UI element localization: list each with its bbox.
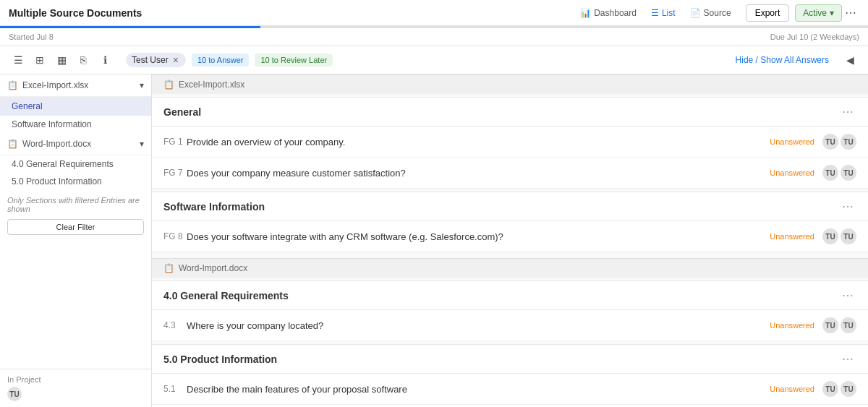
section-header-software: Software Information ⋯ xyxy=(152,192,868,221)
word-divider-icon: 📋 xyxy=(163,263,174,273)
q-status-fg1: Unanswered xyxy=(770,137,814,146)
filter-notice: Only Sections with filtered Entries are … xyxy=(0,190,151,216)
sidebar: 📋 Excel-Import.xlsx ▾ General Software I… xyxy=(0,74,152,407)
tu-badge-fg1-1[interactable]: TU xyxy=(822,134,838,150)
q-text-51: Describe the main features of your propo… xyxy=(187,384,770,395)
excel-collapse-icon: ▾ xyxy=(140,80,144,90)
sidebar-bottom: In Project TU xyxy=(0,369,151,407)
section-more-software[interactable]: ⋯ xyxy=(839,200,856,213)
q-text-fg1: Provide an overview of your company. xyxy=(187,137,770,147)
section-title-general: General xyxy=(163,106,839,118)
word-divider-label: Word-Import.docx xyxy=(179,263,247,273)
filter-tag-remove-button[interactable]: × xyxy=(171,55,180,65)
q-text-43: Where is your company located? xyxy=(187,320,770,331)
section-header-general-req: 4.0 General Requirements ⋯ xyxy=(152,280,868,310)
excel-file-label: Excel-Import.xlsx xyxy=(22,80,88,90)
tu-badge-fg7-2[interactable]: TU xyxy=(841,165,856,181)
hide-show-answers[interactable]: Hide / Show All Answers xyxy=(736,55,829,65)
filter-tag-label: Test User xyxy=(132,55,169,65)
nav-list[interactable]: ☰ List xyxy=(645,5,681,21)
word-collapse-icon: ▾ xyxy=(140,139,144,149)
tu-badge-51-1[interactable]: TU xyxy=(822,381,838,397)
review-badge: 10 to Review Later xyxy=(255,53,333,67)
due-date: Due Jul 10 (2 Weekdays) xyxy=(770,33,859,41)
section-title-software: Software Information xyxy=(163,201,839,213)
tu-badge-43-1[interactable]: TU xyxy=(822,317,838,333)
question-row-43: 4.3 Where is your company located? Unans… xyxy=(152,310,868,341)
tu-badge-fg7-1[interactable]: TU xyxy=(822,165,838,181)
word-file-icon: 📋 xyxy=(7,139,18,149)
q-num-51: 5.1 xyxy=(163,384,187,394)
sub-bar: Started Jul 8 Due Jul 10 (2 Weekdays) xyxy=(0,28,868,46)
q-text-fg7: Does your company measure customer satis… xyxy=(187,168,770,179)
filter-bar: ☰ ⊞ ▦ ⎘ ℹ Test User × 10 to Answer 10 to… xyxy=(0,46,868,74)
q-num-fg8: FG 8 xyxy=(163,231,187,241)
section-title-product-info: 5.0 Product Information xyxy=(163,354,839,365)
q-status-fg7: Unanswered xyxy=(770,168,814,177)
q-num-fg7: FG 7 xyxy=(163,168,187,178)
page-title: Multiple Source Documents xyxy=(9,7,574,19)
copy-button[interactable]: ⎘ xyxy=(74,51,93,69)
section-header-general: General ⋯ xyxy=(152,97,868,127)
answer-badge: 10 to Answer xyxy=(192,53,250,67)
filter-tag: Test User × xyxy=(126,53,186,67)
section-title-general-req: 4.0 General Requirements xyxy=(163,290,839,301)
word-file-label: Word-Import.docx xyxy=(22,139,91,149)
sidebar-item-product-information[interactable]: 5.0 Product Information xyxy=(0,173,151,190)
toolbar-icons: ☰ ⊞ ▦ ⎘ ℹ xyxy=(9,51,114,69)
clear-filter-button[interactable]: Clear Filter xyxy=(7,219,144,235)
content-area: 📋 Excel-Import.xlsx General ⋯ FG 1 Provi… xyxy=(152,74,868,407)
active-button[interactable]: Active ▾ xyxy=(795,4,842,22)
q-status-fg8: Unanswered xyxy=(770,232,814,241)
main-layout: 📋 Excel-Import.xlsx ▾ General Software I… xyxy=(0,74,868,407)
q-num-43: 4.3 xyxy=(163,320,187,330)
tu-badge-fg1-2[interactable]: TU xyxy=(841,134,856,150)
excel-file-divider: 📋 Excel-Import.xlsx xyxy=(152,74,868,94)
dashboard-icon: 📊 xyxy=(580,8,591,18)
q-text-fg8: Does your software integrate with any CR… xyxy=(187,231,770,242)
word-file-divider: 📋 Word-Import.docx xyxy=(152,258,868,278)
section-more-general[interactable]: ⋯ xyxy=(839,105,856,119)
more-options-button[interactable]: ⋯ xyxy=(842,6,859,20)
calendar-view-button[interactable]: ▦ xyxy=(52,51,71,69)
sidebar-file-word[interactable]: 📋 Word-Import.docx ▾ xyxy=(0,133,151,155)
excel-file-icon: 📋 xyxy=(7,80,18,90)
tu-badge-51-2[interactable]: TU xyxy=(841,381,856,397)
nav-dashboard[interactable]: 📊 Dashboard xyxy=(574,5,642,21)
tu-badge-fg8-2[interactable]: TU xyxy=(841,228,856,244)
sidebar-item-general[interactable]: General xyxy=(0,97,151,116)
grid-view-button[interactable]: ⊞ xyxy=(30,51,49,69)
question-row-fg8: FG 8 Does your software integrate with a… xyxy=(152,221,868,252)
tu-badge-sidebar: TU xyxy=(7,387,22,401)
q-num-fg1: FG 1 xyxy=(163,137,187,147)
excel-divider-label: Excel-Import.xlsx xyxy=(179,80,244,90)
in-project-label: In Project xyxy=(7,375,144,384)
source-icon: 📄 xyxy=(690,8,701,18)
section-header-product-info: 5.0 Product Information ⋯ xyxy=(152,344,868,374)
started-date: Started Jul 8 xyxy=(9,33,770,41)
nav-source[interactable]: 📄 Source xyxy=(684,5,737,21)
collapse-sidebar-button[interactable]: ◀ xyxy=(841,51,859,69)
q-status-43: Unanswered xyxy=(770,321,814,330)
sidebar-item-software-information[interactable]: Software Information xyxy=(0,116,151,133)
list-view-button[interactable]: ☰ xyxy=(9,51,27,69)
top-nav: 📊 Dashboard ☰ List 📄 Source xyxy=(574,5,736,21)
q-status-51: Unanswered xyxy=(770,385,814,393)
info-button[interactable]: ℹ xyxy=(95,51,114,69)
tu-badge-fg8-1[interactable]: TU xyxy=(822,228,838,244)
question-row-fg1: FG 1 Provide an overview of your company… xyxy=(152,127,868,158)
section-more-product-info[interactable]: ⋯ xyxy=(839,352,856,366)
sidebar-file-excel[interactable]: 📋 Excel-Import.xlsx ▾ xyxy=(0,74,151,97)
question-row-fg7: FG 7 Does your company measure customer … xyxy=(152,158,868,189)
list-icon: ☰ xyxy=(651,8,659,18)
chevron-down-icon: ▾ xyxy=(830,8,834,18)
section-more-general-req[interactable]: ⋯ xyxy=(839,288,856,302)
sidebar-item-general-requirements[interactable]: 4.0 General Requirements xyxy=(0,155,151,173)
excel-divider-icon: 📋 xyxy=(163,80,174,90)
tu-badge-43-2[interactable]: TU xyxy=(841,317,856,333)
question-row-51: 5.1 Describe the main features of your p… xyxy=(152,374,868,405)
export-button[interactable]: Export xyxy=(746,4,790,22)
